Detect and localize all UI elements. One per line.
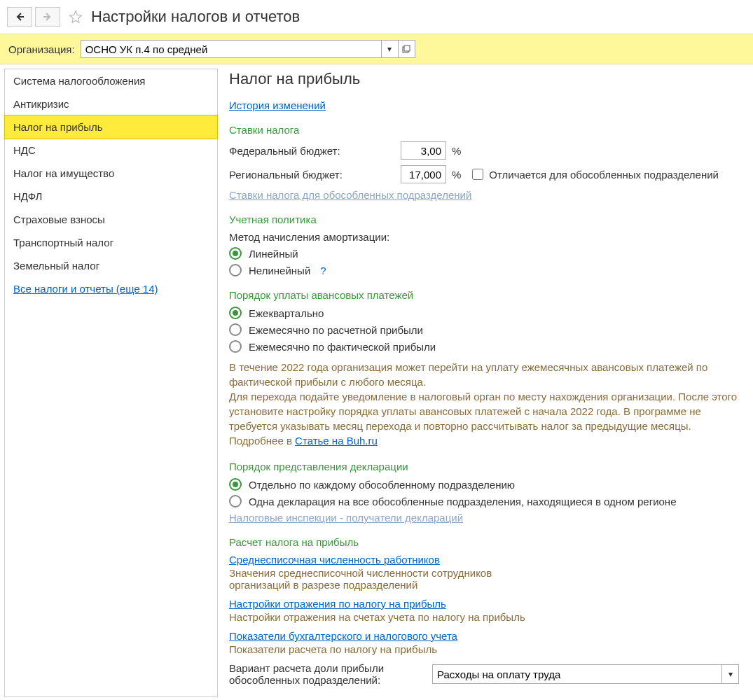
profit-share-dropdown-button[interactable]: ▾ (722, 664, 739, 684)
sidebar-item-transport-tax[interactable]: Транспортный налог (5, 231, 217, 254)
organization-dropdown-button[interactable]: ▾ (382, 40, 399, 58)
indicators-desc: Показатели расчета по налогу на прибыль (229, 643, 739, 655)
profit-share-label: Вариант расчета доли прибыли обособленны… (229, 662, 432, 686)
content: Налог на прибыль История изменений Ставк… (218, 64, 750, 697)
reflection-settings-link[interactable]: Настройки отражения по налогу на прибыль (229, 598, 446, 610)
sidebar-item-property-tax[interactable]: Налог на имущество (5, 162, 217, 185)
open-icon (402, 45, 410, 53)
sidebar-item-insurance[interactable]: Страховые взносы (5, 208, 217, 231)
radio-linear-label: Линейный (249, 248, 298, 260)
indicators-link[interactable]: Показатели бухгалтерского и налогового у… (229, 630, 457, 642)
radio-decl-separate[interactable] (229, 478, 242, 491)
radio-monthly-fact[interactable] (229, 340, 242, 353)
advance-section-title: Порядок уплаты авансовых платежей (229, 289, 739, 301)
page-title: Настройки налогов и отчетов (91, 8, 300, 26)
radio-nonlinear[interactable] (229, 264, 242, 276)
radio-linear[interactable] (229, 247, 242, 260)
sidebar: Система налогообложения Антикризис Налог… (4, 69, 218, 697)
sidebar-item-tax-system[interactable]: Система налогообложения (5, 69, 217, 92)
sidebar-item-nds[interactable]: НДС (5, 139, 217, 162)
method-label: Метод начисления амортизации: (229, 231, 739, 243)
headcount-link[interactable]: Среднесписочная численность работников (229, 554, 440, 566)
federal-label: Федеральный бюджет: (229, 145, 401, 157)
sidebar-item-ndfl[interactable]: НДФЛ (5, 185, 217, 208)
diff-label: Отличается для обособленных подразделени… (489, 169, 719, 181)
radio-monthly-fact-label: Ежемесячно по фактической прибыли (249, 341, 436, 353)
percent-label-2: % (452, 169, 461, 181)
buh-link[interactable]: Статье на Buh.ru (295, 435, 378, 447)
history-link[interactable]: История изменений (229, 99, 326, 111)
content-heading: Налог на прибыль (229, 70, 739, 88)
svg-rect-3 (404, 46, 410, 51)
reflection-settings-desc: Настройки отражения на счетах учета по н… (229, 611, 739, 623)
organization-label: Организация: (8, 43, 75, 55)
help-icon[interactable]: ? (320, 265, 326, 276)
percent-label: % (452, 145, 461, 157)
arrow-left-icon (14, 11, 25, 22)
calc-section-title: Расчет налога на прибыль (229, 536, 739, 548)
arrow-right-icon (42, 11, 53, 22)
tax-inspections-link[interactable]: Налоговые инспекции - получатели деклара… (229, 512, 739, 524)
organization-bar: Организация: ▾ (0, 34, 753, 64)
radio-decl-separate-label: Отдельно по каждому обособленному подраз… (249, 479, 515, 491)
sidebar-item-land-tax[interactable]: Земельный налог (5, 254, 217, 277)
star-icon[interactable] (69, 10, 83, 24)
subdivision-rates-link[interactable]: Ставки налога для обособленных подраздел… (229, 189, 471, 201)
policy-section-title: Учетная политика (229, 214, 739, 225)
diff-checkbox[interactable] (472, 169, 483, 180)
rates-section-title: Ставки налога (229, 124, 739, 136)
regional-input[interactable] (401, 165, 446, 183)
organization-open-button[interactable] (399, 40, 415, 58)
decl-section-title: Порядок представления декларации (229, 461, 739, 472)
radio-quarterly[interactable] (229, 307, 242, 319)
sidebar-more-link[interactable]: Все налоги и отчеты (еще 14) (5, 277, 217, 300)
profit-share-select[interactable] (432, 664, 722, 684)
headcount-desc: Значения среднесписочной численности сот… (229, 567, 523, 591)
federal-input[interactable] (401, 141, 446, 160)
radio-quarterly-label: Ежеквартально (249, 307, 324, 319)
sidebar-item-profit-tax[interactable]: Налог на прибыль (5, 115, 217, 139)
sidebar-item-anticrisis[interactable]: Антикризис (5, 92, 217, 115)
back-button[interactable] (7, 7, 32, 27)
radio-nonlinear-label: Нелинейный (249, 265, 310, 276)
radio-decl-one-label: Одна декларация на все обособленные подр… (249, 496, 676, 507)
radio-monthly-calc[interactable] (229, 323, 242, 336)
forward-button[interactable] (35, 7, 60, 27)
radio-monthly-calc-label: Ежемесячно по расчетной прибыли (249, 324, 423, 336)
organization-input[interactable] (81, 40, 382, 58)
radio-decl-one[interactable] (229, 495, 242, 507)
advance-info: В течение 2022 года организация может пе… (229, 360, 739, 448)
regional-label: Региональный бюджет: (229, 169, 401, 181)
